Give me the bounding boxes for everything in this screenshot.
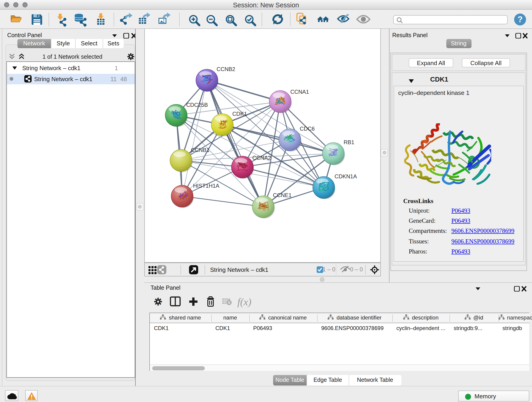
svg-text:HIST1H1A: HIST1H1A xyxy=(193,183,220,189)
svg-text:CDC6: CDC6 xyxy=(300,126,315,132)
svg-text:CDKN1A: CDKN1A xyxy=(335,173,357,179)
svg-text:CCNB1: CCNB1 xyxy=(191,147,209,153)
svg-text:CCNE1: CCNE1 xyxy=(273,192,291,198)
svg-text:CCNA2: CCNA2 xyxy=(252,155,271,161)
svg-text:CCNB2: CCNB2 xyxy=(216,66,235,72)
svg-text:RB1: RB1 xyxy=(344,139,355,145)
svg-text:CCNA1: CCNA1 xyxy=(290,89,309,95)
svg-text:CDC25B: CDC25B xyxy=(186,102,208,108)
svg-text:f(x): f(x) xyxy=(237,296,251,307)
svg-text:?: ? xyxy=(518,15,523,24)
svg-text:CDK1: CDK1 xyxy=(232,111,247,117)
